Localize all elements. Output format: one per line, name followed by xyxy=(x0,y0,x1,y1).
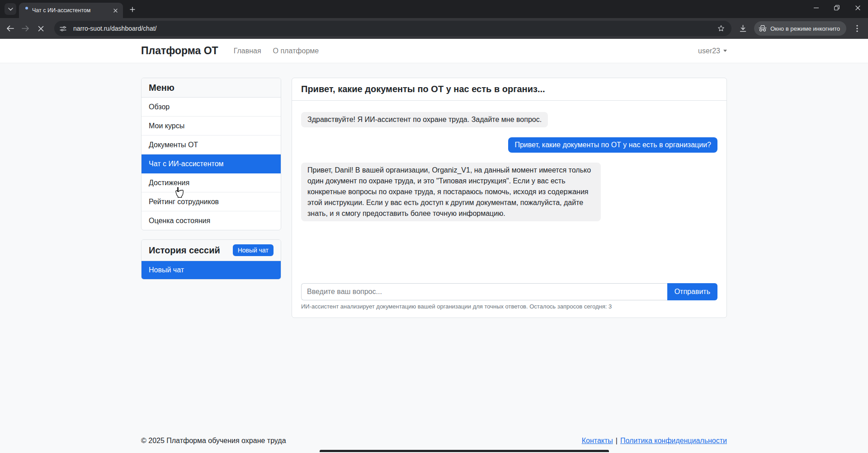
nav-link-home[interactable]: Главная xyxy=(234,47,261,55)
stop-x-icon xyxy=(38,26,44,32)
window-minimize-button[interactable] xyxy=(806,0,826,15)
privacy-policy-link[interactable]: Политика конфиденциальности xyxy=(620,437,727,444)
browser-tab-active[interactable]: Чат с ИИ-ассистентом xyxy=(19,3,123,18)
new-chat-button[interactable]: Новый чат xyxy=(233,244,274,256)
sidebar-item-ai-chat[interactable]: Чат с ИИ-ассистентом xyxy=(142,154,281,173)
menu-list: Обзор Мои курсы Документы ОТ Чат с ИИ-ас… xyxy=(142,98,281,230)
incognito-label: Окно в режиме инкогнито xyxy=(770,25,840,32)
tab-favicon xyxy=(25,7,28,9)
message-row: Привет, Danil! В вашей организации, Orga… xyxy=(301,163,717,221)
assistant-message: Привет, Danil! В вашей организации, Orga… xyxy=(301,163,601,221)
browser-menu-button[interactable] xyxy=(850,21,864,36)
sidebar-item-achievements[interactable]: Достижения xyxy=(142,173,281,192)
user-message: Привет, какие документы по ОТ у нас есть… xyxy=(508,137,717,153)
nav-link-about[interactable]: О платформе xyxy=(273,47,319,55)
sessions-title: История сессий xyxy=(149,245,220,256)
sidebar-item-status-assessment[interactable]: Оценка состояния xyxy=(142,211,281,230)
url-text[interactable]: narro-suot.ru/dashboard/chat/ xyxy=(73,25,715,32)
footer-links: Контакты|Политика конфиденциальности xyxy=(582,437,727,445)
menu-card: Меню Обзор Мои курсы Документы ОТ Чат с … xyxy=(141,78,281,230)
assistant-message: Здравствуйте! Я ИИ-ассистент по охране т… xyxy=(301,112,548,127)
sidebar-item-my-courses[interactable]: Мои курсы xyxy=(142,117,281,135)
chevron-down-icon xyxy=(723,50,727,52)
new-tab-button[interactable] xyxy=(127,4,138,15)
window-restore-button[interactable] xyxy=(826,0,847,15)
session-item-active[interactable]: Новый чат xyxy=(142,261,281,279)
back-arrow-icon xyxy=(6,25,14,32)
tab-close-button[interactable] xyxy=(111,6,119,14)
brand-logo[interactable]: Платформа ОТ xyxy=(141,45,218,57)
tune-icon xyxy=(60,26,66,32)
chat-hint-text: ИИ-ассистент анализирует документацию ва… xyxy=(301,303,717,310)
message-row: Привет, какие документы по ОТ у нас есть… xyxy=(301,137,717,153)
restore-icon xyxy=(834,5,840,10)
chat-messages[interactable]: Здравствуйте! Я ИИ-ассистент по охране т… xyxy=(292,101,726,283)
back-button[interactable] xyxy=(3,21,17,36)
sessions-card: История сессий Новый чат Новый чат xyxy=(141,239,281,280)
browser-tab-strip: Чат с ИИ-ассистентом xyxy=(0,0,868,18)
chat-session-title: Привет, какие документы по ОТ у нас есть… xyxy=(292,78,726,101)
send-button[interactable]: Отправить xyxy=(667,283,717,300)
footer-separator: | xyxy=(616,437,618,444)
site-header: Платформа ОТ Главная О платформе user23 xyxy=(0,39,868,63)
bookmark-star-button[interactable] xyxy=(715,23,727,34)
kebab-menu-icon xyxy=(856,25,858,32)
sidebar-item-overview[interactable]: Обзор xyxy=(142,98,281,117)
sidebar: Меню Обзор Мои курсы Документы ОТ Чат с … xyxy=(141,78,281,280)
top-navigation: Главная О платформе xyxy=(234,47,319,55)
username: user23 xyxy=(698,47,720,55)
user-dropdown[interactable]: user23 xyxy=(698,47,727,55)
address-bar[interactable]: narro-suot.ru/dashboard/chat/ xyxy=(54,21,731,36)
sidebar-item-employee-rating[interactable]: Рейтинг сотрудников xyxy=(142,192,281,211)
sidebar-item-documents[interactable]: Документы ОТ xyxy=(142,135,281,154)
chevron-down-icon xyxy=(8,8,13,11)
menu-title: Меню xyxy=(149,82,274,93)
question-input[interactable] xyxy=(301,283,667,300)
copyright-text: © 2025 Платформа обучения охране труда xyxy=(141,437,286,445)
page-content: Платформа ОТ Главная О платформе user23 … xyxy=(0,39,868,453)
stop-loading-button[interactable] xyxy=(33,21,48,36)
window-controls xyxy=(806,0,868,15)
downloads-button[interactable] xyxy=(736,21,750,36)
download-icon xyxy=(740,25,746,32)
close-icon xyxy=(855,5,860,10)
incognito-badge: Окно в режиме инкогнито xyxy=(754,21,846,36)
chat-input-group: Отправить xyxy=(301,283,717,300)
window-close-button[interactable] xyxy=(847,0,868,15)
message-row: Здравствуйте! Я ИИ-ассистент по охране т… xyxy=(301,112,717,127)
browser-toolbar: narro-suot.ru/dashboard/chat/ Окно в реж… xyxy=(0,18,868,39)
sessions-card-header: История сессий Новый чат xyxy=(142,240,281,261)
forward-button[interactable] xyxy=(18,21,33,36)
minimize-icon xyxy=(814,5,819,10)
tab-search-button[interactable] xyxy=(5,3,16,15)
incognito-icon xyxy=(759,25,767,32)
forward-arrow-icon xyxy=(22,25,29,32)
tab-title: Чат с ИИ-ассистентом xyxy=(32,7,111,14)
contacts-link[interactable]: Контакты xyxy=(582,437,613,444)
site-settings-button[interactable] xyxy=(57,23,69,34)
plus-icon xyxy=(130,7,135,12)
taskbar-edge xyxy=(320,450,609,452)
menu-card-header: Меню xyxy=(142,78,281,98)
chat-panel: Привет, какие документы по ОТ у нас есть… xyxy=(292,78,727,318)
close-icon xyxy=(113,9,118,13)
star-icon xyxy=(717,25,725,32)
